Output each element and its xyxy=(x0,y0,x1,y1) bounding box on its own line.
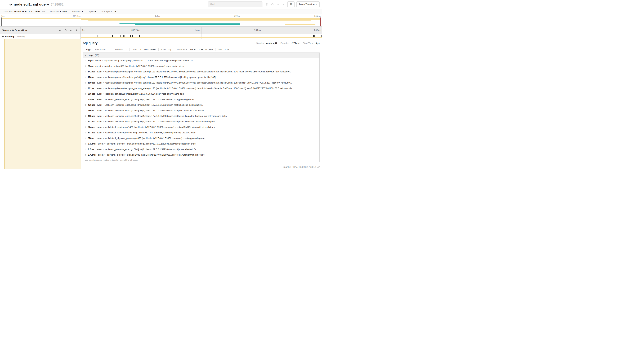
span-row-name-column[interactable]: node sql1 sql query xyxy=(0,34,81,39)
keyboard-shortcuts-button[interactable]: ⌘ xyxy=(288,2,295,7)
trace-id: 7418682 xyxy=(51,3,64,7)
log-equals: = xyxy=(103,70,104,73)
collapse-one-level-icon[interactable] xyxy=(64,29,67,31)
log-entry-row[interactable]: 495μs: event = ‹sql/conn_executor_exec.g… xyxy=(83,113,320,119)
log-entry-row[interactable]: 476μs: event = ‹sql/conn_executor_exec.g… xyxy=(83,102,320,108)
chevron-right-icon xyxy=(85,88,86,89)
summary-value-fraction: .326 xyxy=(41,10,45,13)
log-entry-row[interactable]: 678μs: event = ‹sql/distsql_physical_pla… xyxy=(83,136,320,141)
chevron-right-icon xyxy=(85,60,86,61)
log-equals: = xyxy=(104,154,106,156)
log-entry-row[interactable]: 366μs: event = ‹sql/plan_opt.go:358 [nsq… xyxy=(83,91,320,97)
gridline xyxy=(241,18,241,26)
chevron-right-icon xyxy=(85,127,86,128)
zoom-target-icon[interactable] xyxy=(266,3,268,6)
trace-collapse-chevron-icon[interactable] xyxy=(10,3,12,6)
log-field-name: event xyxy=(96,98,102,101)
trace-summary-bar: Trace Start March 31 2022, 17:25:09.326 … xyxy=(0,9,322,14)
span-expand-chevron-icon[interactable] xyxy=(2,35,4,37)
log-field-name: event xyxy=(96,93,102,95)
chevron-right-icon xyxy=(85,104,86,106)
timeline-ruler: 0μs 697.75μs 1.4ms 2.09ms 2.79ms xyxy=(81,27,322,34)
next-result-icon[interactable] xyxy=(277,3,280,6)
chevron-right-icon xyxy=(85,143,86,145)
divider xyxy=(279,42,279,44)
summary-trace-start: Trace Start March 31 2022, 17:25:09.326 xyxy=(2,10,45,13)
viewport-scrubber-left[interactable] xyxy=(2,18,2,26)
log-field-value: ‹sql/conn_executor_exec.go:684 [nsql1,cl… xyxy=(105,109,204,112)
chevron-right-icon xyxy=(85,99,86,100)
log-entry-row[interactable]: 2.79ms: event = ‹sql/conn_executor_exec.… xyxy=(83,152,320,158)
log-entry-row[interactable]: 2.69ms: event = ‹sql/conn_executor_exec.… xyxy=(83,141,320,147)
log-equals: = xyxy=(103,120,104,123)
log-entry-row[interactable]: 80μs: event = ‹sql/plan_opt.go:358 [nsql… xyxy=(83,63,320,69)
log-marker-tick xyxy=(84,35,84,37)
tags-accordion[interactable]: Tags: _unfinished = 1 _verbose = 1 clien… xyxy=(81,47,322,52)
summary-value: March 31 2022, 17:25:09 xyxy=(14,10,40,13)
logs-label: Logs xyxy=(88,54,93,57)
log-field-name: event xyxy=(98,154,103,156)
log-entry-row[interactable]: 2.7ms: event = ‹sql/conn_executor_exec.g… xyxy=(83,147,320,152)
log-timestamp: 678μs: xyxy=(88,137,95,140)
trace-timeline-page: ← node sql1: sql query 7418682 × ⌘ xyxy=(0,0,322,171)
log-field-value: ‹sql/distsql_running.go:1420 [nsql1,clie… xyxy=(105,126,215,129)
summary-label: Duration xyxy=(50,10,58,13)
log-entry-row[interactable]: 574μs: event = ‹sql/distsql_running.go:1… xyxy=(83,124,320,130)
minimap-time-axis: 0μs 697.75μs 1.4ms 2.09ms 2.79ms xyxy=(2,14,320,18)
log-entry-row[interactable]: 34μs: event = ‹sql/exec_util.go:2297 [ns… xyxy=(83,58,320,63)
tag-equals: = xyxy=(106,48,108,51)
log-equals: = xyxy=(103,93,104,95)
tag-value: root xyxy=(225,48,229,51)
top-bar: ← node sql1: sql query 7418682 × ⌘ xyxy=(0,0,322,9)
expand-all-icon[interactable] xyxy=(70,29,72,31)
trace-timeline-dropdown[interactable]: Trace Timeline xyxy=(296,2,320,7)
log-equals: = xyxy=(104,142,106,145)
log-field-name: event xyxy=(96,120,102,123)
chevron-right-icon xyxy=(83,49,84,50)
summary-value: 6 xyxy=(94,10,96,13)
minimap-canvas[interactable] xyxy=(2,18,320,26)
log-entry-row[interactable]: 189μs: event = ‹sql/catalog/lease/descri… xyxy=(83,80,320,86)
span-detail-panel: sql query Service: node sql1 Duration: 2… xyxy=(81,39,322,171)
logs-accordion-header[interactable]: Logs (18) xyxy=(83,53,320,58)
span-row-node-sql1[interactable]: node sql1 sql query xyxy=(0,34,322,39)
find-input[interactable] xyxy=(208,2,262,7)
log-field-value: ‹sql/conn_executor_exec.go:684 [nsql1,cl… xyxy=(105,104,203,106)
span-row-track[interactable] xyxy=(81,34,322,39)
timeline-header: Service & Operation 0μs 697.75μs 1.4ms 2… xyxy=(0,27,322,34)
log-field-name: event xyxy=(96,65,101,68)
log-timestamp: 2.7ms: xyxy=(88,148,95,151)
log-entry-row[interactable]: 176μs: event = ‹sql/catalog/descs/descri… xyxy=(83,75,320,80)
log-marker-tick xyxy=(124,35,124,37)
minimap-time-label: 0μs xyxy=(2,15,4,17)
chevron-right-icon xyxy=(85,71,86,72)
summary-duration: Duration 2.79ms xyxy=(50,10,67,13)
expand-one-level-icon[interactable] xyxy=(59,29,61,31)
log-entry-row[interactable]: 597μs: event = ‹sql/distsql_running.go:4… xyxy=(83,130,320,136)
prev-result-icon[interactable] xyxy=(271,3,274,6)
chevron-right-icon xyxy=(85,66,86,67)
log-marker-tick xyxy=(120,35,121,37)
log-field-name: event xyxy=(96,59,101,62)
summary-label: Trace Start xyxy=(2,10,13,13)
clear-search-icon[interactable]: × xyxy=(282,3,285,6)
log-field-name: event xyxy=(96,126,102,129)
collapse-all-icon[interactable] xyxy=(75,29,78,31)
link-icon[interactable] xyxy=(317,166,320,168)
log-field-name: event xyxy=(96,87,102,90)
span-bar[interactable] xyxy=(81,37,322,38)
back-button[interactable]: ← xyxy=(0,0,9,9)
divider xyxy=(48,11,48,13)
log-marker-tick xyxy=(97,35,98,37)
log-equals: = xyxy=(103,126,104,129)
log-entry-row[interactable]: 486μs: event = ‹sql/conn_executor_exec.g… xyxy=(83,108,320,113)
log-entry-row[interactable]: 201μs: event = ‹sql/catalog/lease/descri… xyxy=(83,86,320,91)
log-entry-row[interactable]: 142μs: event = ‹sql/catalog/lease/descri… xyxy=(83,69,320,75)
viewport-scrubber-right[interactable] xyxy=(320,18,320,26)
log-entry-row[interactable]: 459μs: event = ‹sql/conn_executor_exec.g… xyxy=(83,97,320,102)
page-title: node sql1: sql query 7418682 xyxy=(14,2,64,7)
tag-equals: = xyxy=(124,48,125,51)
minimap-span-bar xyxy=(275,22,317,22)
log-entry-row[interactable]: 502μs: event = ‹sql/conn_executor_exec.g… xyxy=(83,119,320,124)
find-box: × xyxy=(208,2,286,7)
